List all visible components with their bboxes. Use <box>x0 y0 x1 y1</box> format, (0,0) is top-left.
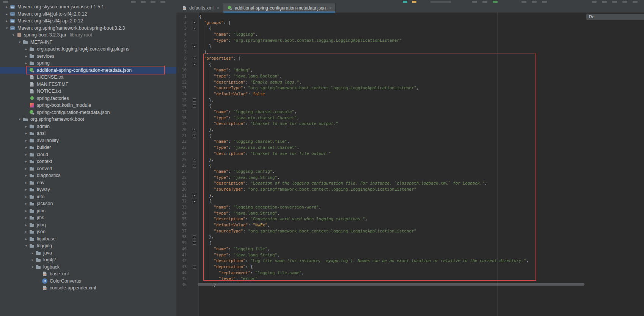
chevron-right-icon[interactable]: ▸ <box>23 202 29 205</box>
toolbar-icon-fragment[interactable] <box>602 1 607 3</box>
fold-marker-icon[interactable] <box>193 21 196 24</box>
tree-item[interactable]: ▸admin <box>0 123 176 130</box>
chevron-right-icon[interactable]: ▸ <box>23 61 29 65</box>
tree-item[interactable]: ▸ansi <box>0 130 176 137</box>
code-line[interactable]: "name": "logging.config", <box>199 169 529 175</box>
code-line[interactable]: } <box>199 43 529 49</box>
tree-item[interactable]: spring-boot.kotlin_module <box>0 102 176 109</box>
tree-item[interactable]: MANIFEST.MF <box>0 81 176 88</box>
tree-item[interactable]: ▸jooq <box>0 221 176 229</box>
fold-marker-icon[interactable] <box>193 235 196 239</box>
tree-item[interactable]: ▸flyway <box>0 186 176 193</box>
code-line[interactable]: }, <box>199 157 529 163</box>
toolbar-icon-fragment[interactable] <box>151 1 156 3</box>
tree-item[interactable]: ▸org.apache.logging.log4j.core.config.pl… <box>0 46 176 53</box>
code-line[interactable]: "type": "org.springframework.boot.contex… <box>199 38 529 44</box>
tree-item[interactable]: ▸jdbc <box>0 207 176 215</box>
tree-item[interactable]: ▸diagnostics <box>0 172 176 179</box>
chevron-right-icon[interactable]: ▸ <box>23 174 29 177</box>
chevron-down-icon[interactable]: ▾ <box>10 33 16 37</box>
fold-marker-icon[interactable] <box>193 57 196 60</box>
tree-item[interactable]: ▸jackson <box>0 200 176 207</box>
overlay-button[interactable]: Re <box>586 14 644 20</box>
tree-item[interactable]: ▸log4j2 <box>0 256 176 264</box>
tree-item[interactable]: base.xml <box>0 270 176 278</box>
tree-item[interactable]: ▾logging <box>0 242 176 250</box>
fold-marker-icon[interactable] <box>193 27 196 30</box>
chevron-down-icon[interactable]: ▾ <box>17 117 23 121</box>
fold-marker-icon[interactable] <box>193 45 196 48</box>
code-line[interactable]: { <box>199 25 529 32</box>
fold-marker-icon[interactable] <box>193 265 196 269</box>
fold-marker-icon[interactable] <box>193 63 196 66</box>
chevron-right-icon[interactable]: ▸ <box>23 131 29 135</box>
editor-tab[interactable]: additional-spring-configuration-metadata… <box>223 3 336 13</box>
code-line[interactable]: "description": "Location of the logging … <box>199 180 529 186</box>
code-line[interactable]: }, <box>199 97 529 103</box>
chevron-right-icon[interactable]: ▸ <box>23 223 29 227</box>
code-line[interactable]: ], <box>199 49 529 55</box>
toolbar-icon-fragment[interactable] <box>141 1 146 3</box>
code-line[interactable]: "properties": [ <box>199 55 529 62</box>
fold-marker-icon[interactable] <box>193 98 196 102</box>
chevron-down-icon[interactable]: ▾ <box>17 40 23 44</box>
tree-item[interactable]: ▾spring-boot-3.2.3.jarlibrary root <box>0 32 176 39</box>
chevron-right-icon[interactable]: ▸ <box>23 139 29 142</box>
toolbar-icon-fragment[interactable] <box>472 1 477 3</box>
code-line[interactable]: "description": "Charset to use for conso… <box>199 121 529 127</box>
toolbar-icon-fragment[interactable] <box>430 1 451 3</box>
code-line[interactable]: "type": "java.lang.String", <box>199 252 529 258</box>
tree-item[interactable]: CColorConverter <box>0 278 176 285</box>
code-line[interactable]: }, <box>199 127 529 133</box>
chevron-right-icon[interactable]: ▸ <box>23 230 29 234</box>
chevron-right-icon[interactable]: ▸ <box>23 125 29 128</box>
tree-item[interactable]: console-appender.xml <box>0 284 176 292</box>
chevron-right-icon[interactable]: ▸ <box>23 237 29 241</box>
tree-item[interactable]: ▸services <box>0 53 176 60</box>
toolbar-icon-fragment[interactable] <box>521 1 526 3</box>
fold-marker-icon[interactable] <box>193 158 196 161</box>
toolbar-icon-fragment[interactable] <box>532 1 537 3</box>
code-line[interactable]: "sourceType": "org.springframework.boot.… <box>199 228 529 234</box>
tree-item[interactable]: ▸builder <box>0 144 176 151</box>
toolbar-icon-fragment[interactable] <box>412 1 416 3</box>
chevron-right-icon[interactable]: ▸ <box>4 5 10 9</box>
code-line[interactable]: "type": "java.lang.Boolean", <box>199 73 529 79</box>
chevron-right-icon[interactable]: ▸ <box>23 153 29 156</box>
code-line[interactable]: "type": "java.lang.String", <box>199 210 529 216</box>
toolbar-icon-fragment[interactable] <box>3 1 8 3</box>
tree-item[interactable]: spring-configuration-metadata.json <box>0 109 176 116</box>
code-line[interactable]: "name": "logging.file", <box>199 246 529 252</box>
code-line[interactable]: "name": "logging.charset.file", <box>199 139 529 145</box>
code-line[interactable]: "level": "error" <box>199 276 529 282</box>
code-line[interactable]: "type": "java.nio.charset.Charset", <box>199 115 529 121</box>
code-line[interactable]: "replacement": "logging.file.name", <box>199 270 529 276</box>
tree-item[interactable]: ▸liquibase <box>0 235 176 243</box>
chevron-right-icon[interactable]: ▸ <box>23 195 29 199</box>
code-line[interactable]: { <box>199 240 529 246</box>
code-line[interactable]: { <box>199 62 529 68</box>
code-line[interactable]: "type": "java.lang.String", <box>199 175 529 181</box>
tree-item[interactable]: ▸Maven: org.slf4j:jul-to-slf4j:2.0.12 <box>0 11 176 18</box>
code-line[interactable]: "type": "java.nio.charset.Charset", <box>199 145 529 151</box>
editor-tab[interactable]: defaults.xml× <box>178 3 223 13</box>
fold-marker-icon[interactable] <box>193 128 196 131</box>
chevron-down-icon[interactable]: ▾ <box>30 265 36 269</box>
tree-item[interactable]: ▸availability <box>0 137 176 144</box>
fold-marker-icon[interactable] <box>193 134 196 137</box>
horizontal-scrollbar[interactable] <box>198 283 584 286</box>
tree-item[interactable]: spring.factories <box>0 95 176 102</box>
tree-item[interactable]: ▸java <box>0 250 176 257</box>
code-line[interactable]: "groups": [ <box>199 20 529 26</box>
toolbar-icon-fragment[interactable] <box>403 1 407 3</box>
code-line[interactable]: "description": "Log file name (for insta… <box>199 258 529 264</box>
tree-item[interactable]: LICENSE.txt <box>0 74 176 81</box>
code-line[interactable]: "name": "logging.charset.console", <box>199 109 529 115</box>
code-line[interactable]: "name": "logging.exception-conversion-wo… <box>199 204 529 210</box>
chevron-down-icon[interactable]: ▾ <box>23 244 29 248</box>
tree-item[interactable]: ▸env <box>0 179 176 186</box>
tree-item[interactable]: ▾logback <box>0 264 176 271</box>
code-line[interactable]: }, <box>199 193 529 199</box>
tree-item[interactable]: ▾org.springframework.boot <box>0 116 176 123</box>
tree-item[interactable]: ▸context <box>0 158 176 165</box>
